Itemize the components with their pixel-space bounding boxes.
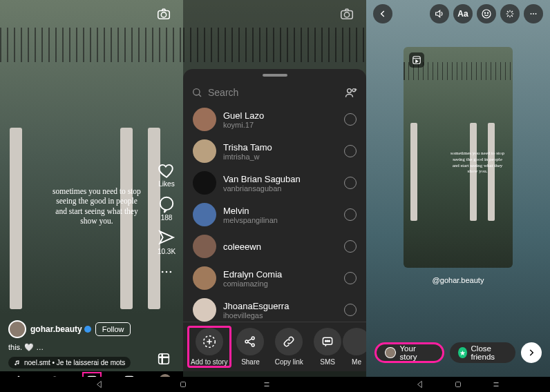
svg-point-18 [246,340,249,343]
camera-icon[interactable] [337,4,357,23]
share-actions-row: Add to story Share Copy link SMS Me [183,322,366,371]
reel-action-rail: Likes 188 10.3K [157,154,176,282]
more-icon[interactable] [524,4,543,23]
svg-point-23 [327,340,328,342]
contact-row[interactable]: Edralyn Comiacomiamazing [183,262,366,294]
svg-point-22 [325,340,327,342]
contact-row[interactable]: Van Brian Sagubanvanbriansaguban [183,167,366,199]
select-radio[interactable] [344,304,357,316]
nav-recents-icon[interactable] [491,380,501,389]
contact-name: Edralyn Comia [223,269,282,280]
contact-row[interactable]: Melvinmelvspangilinan [183,199,366,231]
contact-name: Trisha Tamo [223,142,272,153]
author-username: gohar.beauty [30,324,82,334]
contact-row[interactable]: coleeewn [183,231,366,262]
text-icon[interactable]: Aa [453,4,473,23]
svg-point-2 [160,197,173,210]
close-friends-label: Close friends [471,344,507,361]
effects-icon[interactable] [500,4,520,23]
svg-point-1 [161,12,166,17]
contact-avatar [193,203,216,226]
select-radio[interactable] [344,208,357,221]
back-icon[interactable] [373,4,392,23]
close-friends-button[interactable]: ★ Close friends [450,342,515,363]
svg-point-27 [487,12,488,13]
search-input[interactable]: Search [208,87,344,98]
contact-avatar [193,171,216,195]
svg-rect-7 [162,354,162,364]
remix-icon[interactable] [154,349,173,369]
contacts-list[interactable]: Guel Lazokoymi.17Trisha Tamoimtrisha_wVa… [183,104,366,326]
share-icon[interactable] [157,228,176,248]
follow-button[interactable]: Follow [95,322,131,336]
contact-username: imtrisha_w [223,153,272,161]
contact-avatar [193,298,216,322]
reel-quote: sometimes you need to stop seeing the go… [52,186,142,226]
contact-username: koymi.17 [223,121,264,129]
copy-link-button[interactable]: Copy link [269,328,308,366]
audio-pill[interactable]: noel.smt • Je te laisserai de mots [8,357,131,369]
messenger-button[interactable]: Me [347,328,366,366]
audio-text: noel.smt • Je te laisserai de mots [24,359,125,366]
nav-back-icon[interactable] [95,380,104,389]
contact-row[interactable]: Trisha Tamoimtrisha_w [183,135,366,167]
sms-button[interactable]: SMS [308,328,347,366]
camera-icon[interactable] [154,4,173,23]
contact-username: vanbriansaguban [223,184,301,193]
messenger-label: Me [352,358,361,366]
next-icon[interactable] [521,342,542,363]
select-radio[interactable] [344,113,357,126]
reshared-reel-card[interactable]: sometimes you need to stop seeing the go… [404,47,513,268]
audio-icon[interactable] [430,4,449,23]
select-radio[interactable] [344,145,357,157]
nav-back-icon[interactable] [415,380,425,389]
screen-reel: sometimes you need to stop seeing the go… [0,0,183,392]
contact-name: JhoanaEsguerra [223,301,289,311]
contact-avatar [193,266,216,290]
verified-icon [84,326,91,333]
your-story-button[interactable]: Your story [374,342,444,363]
add-to-story-button[interactable]: Add to story [187,326,231,368]
reel-badge-icon [409,52,424,68]
star-icon: ★ [458,347,467,358]
svg-point-20 [252,344,255,346]
svg-point-30 [535,13,537,14]
contact-name: Melvin [223,206,278,216]
author-avatar[interactable] [8,320,26,338]
select-radio[interactable] [344,272,357,284]
author-row[interactable]: gohar.beauty Follow [8,320,131,338]
sms-label: SMS [320,358,335,366]
svg-point-3 [162,271,164,273]
nav-recents-icon[interactable] [262,380,272,389]
add-people-icon[interactable] [344,86,358,99]
reel-caption[interactable]: this. 🤍 … [8,343,44,352]
svg-rect-32 [456,382,461,387]
svg-point-26 [484,12,485,13]
reel-attribution[interactable]: @gohar.beauty [366,276,550,284]
like-icon[interactable] [157,161,176,180]
sheet-handle[interactable] [263,74,287,77]
select-radio[interactable] [344,177,357,189]
svg-point-24 [329,340,330,342]
contact-row[interactable]: Guel Lazokoymi.17 [183,104,366,135]
sticker-icon[interactable] [477,4,496,23]
reshared-quote: sometimes you need to stop seeing the go… [449,150,506,175]
share-button[interactable]: Share [231,328,270,366]
share-count: 10.3K [158,248,176,255]
svg-rect-31 [413,57,421,64]
nav-home-icon[interactable] [178,380,188,389]
svg-point-15 [348,89,352,93]
more-icon[interactable] [157,262,176,282]
android-nav-bar [366,377,550,392]
contact-avatar [193,235,216,258]
nav-home-icon[interactable] [453,380,463,389]
svg-rect-33 [181,382,186,387]
svg-point-29 [533,13,534,14]
share-label: Share [241,358,260,366]
select-radio[interactable] [344,240,357,253]
svg-point-28 [531,13,532,14]
like-count: Likes [158,180,174,188]
contact-avatar [193,108,216,131]
comment-icon[interactable] [157,195,176,214]
screen-story-editor: Aa sometimes you need to stop seeing the… [366,0,550,392]
